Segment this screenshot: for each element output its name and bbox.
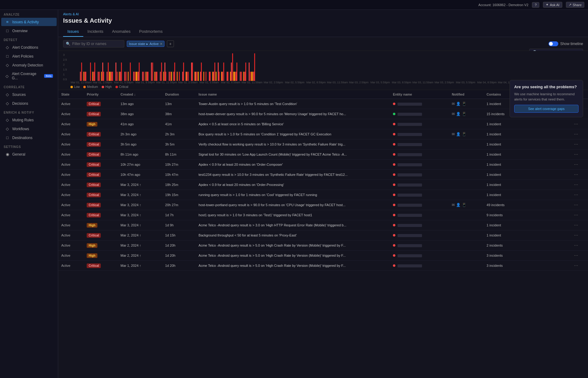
- row-more-button[interactable]: ···: [574, 192, 578, 197]
- row-more-button[interactable]: ···: [574, 212, 578, 217]
- row-more-button[interactable]: ···: [574, 142, 578, 147]
- table-row[interactable]: Active High Mar 3, 2024 ↑ 1d 9h Acme Tel…: [58, 220, 588, 230]
- row-more-button[interactable]: ···: [574, 263, 578, 268]
- add-filter-button[interactable]: +: [167, 40, 174, 47]
- table-row[interactable]: Active High Mar 2, 2024 ↑ 1d 20h Acme Te…: [58, 240, 588, 251]
- cell-issue-name[interactable]: Apdex < 0.9 for at least 20 minutes on '…: [195, 160, 390, 170]
- row-more-button[interactable]: ···: [574, 202, 578, 207]
- state-badge: Active: [61, 132, 70, 136]
- entity-status-dot: [393, 103, 395, 105]
- table-row[interactable]: Active Critical 10h 47m ago 10h 47m test…: [58, 170, 588, 180]
- cell-issue-name[interactable]: host1 query result is > 1.0 for 3 minute…: [195, 210, 390, 220]
- row-more-button[interactable]: ···: [574, 172, 578, 177]
- row-more-button[interactable]: ···: [574, 182, 578, 187]
- tab-anomalies[interactable]: Anomalies: [108, 27, 135, 37]
- row-more-button[interactable]: ···: [574, 222, 578, 228]
- cell-created: Mar 3, 2024 ↑: [118, 200, 162, 210]
- timeline-toggle-switch[interactable]: [548, 41, 558, 46]
- cell-issue-name[interactable]: running query result is > 1.0 for 1 minu…: [195, 190, 390, 200]
- sidebar-item-alert-conditions[interactable]: ◇ Alert Conditions: [1, 43, 57, 51]
- row-more-button[interactable]: ···: [574, 121, 578, 127]
- table-row[interactable]: Active Critical Mar 3, 2024 ↑ 18h 25m Ap…: [58, 180, 588, 190]
- cell-issue-name[interactable]: Box query result is > 1.0 for 5 minutes …: [195, 129, 390, 139]
- table-row[interactable]: Active Critical 13m ago 13m Tower-Austin…: [58, 99, 588, 109]
- cell-issue-name[interactable]: Apdex < 0.9 for at least 20 minutes on '…: [195, 180, 390, 190]
- entity-status-dot: [393, 194, 395, 196]
- state-badge: Active: [61, 153, 70, 156]
- row-more-button[interactable]: ···: [574, 232, 578, 238]
- search-box[interactable]: 🔍: [63, 40, 124, 47]
- table-row[interactable]: Active High 41m ago 41m Apdex < 0.5 at l…: [58, 119, 588, 129]
- tab-incidents[interactable]: Incidents: [83, 27, 108, 37]
- sidebar-item-alert-coverage[interactable]: ◇ Alert Coverage G... Beta: [1, 70, 57, 82]
- sidebar-item-overview[interactable]: □ Overview: [1, 27, 57, 35]
- chart-bar: [161, 62, 162, 81]
- table-row[interactable]: Active Critical 8h 11m ago 8h 11m Signal…: [58, 149, 588, 160]
- table-row[interactable]: Active Critical Mar 3, 2024 ↑ 20h 27m ho…: [58, 200, 588, 210]
- table-row[interactable]: Active Critical 38m ago 38m host-tower-d…: [58, 109, 588, 119]
- beta-badge: Beta: [44, 74, 53, 78]
- cell-actions: [524, 261, 571, 271]
- search-input[interactable]: [72, 42, 122, 46]
- row-more-button[interactable]: ···: [574, 162, 578, 167]
- critical-dot: [115, 86, 118, 88]
- cell-issue-name[interactable]: Signal lost for 30 minutes on 'Low App L…: [195, 149, 390, 160]
- sidebar-item-workflows[interactable]: ◇ Workflows: [1, 125, 57, 133]
- tab-postmortems[interactable]: Postmortems: [135, 27, 167, 37]
- sidebar-item-destinations[interactable]: □ Destinations: [1, 134, 57, 142]
- filter-remove-button[interactable]: ×: [160, 42, 162, 46]
- table-row[interactable]: Active High Mar 2, 2024 ↑ 1d 20h Acme Te…: [58, 251, 588, 261]
- table-row[interactable]: Active Critical 3h 5m ago 3h 5m Verify c…: [58, 139, 588, 149]
- cell-issue-name[interactable]: Tower-Austin query result is > 1.0 for 5…: [195, 99, 390, 109]
- cell-notified: [449, 190, 484, 200]
- cell-issue-name[interactable]: Acme Telco -Android query result is > 5.…: [195, 261, 390, 271]
- cell-created: 2h 3m ago: [118, 129, 162, 139]
- sidebar-item-decisions[interactable]: ◇ Decisions: [1, 99, 57, 108]
- sidebar-item-anomaly-detection[interactable]: ◇ Anomaly Detection: [1, 61, 57, 69]
- chart-bar: [103, 72, 104, 81]
- account-label: Account: 1606862 - Demotron V2: [478, 3, 528, 7]
- share-button[interactable]: ↗ Share: [566, 2, 584, 8]
- chart-bar: [205, 72, 206, 81]
- cell-notified: ✉👤📱: [449, 129, 484, 139]
- cell-issue-name[interactable]: Apdex < 0.5 at least once in 5 minutes o…: [195, 119, 390, 129]
- cell-more: ···: [571, 139, 588, 149]
- cell-issue-name[interactable]: test1234 query result is > 10.0 for 3 mi…: [195, 170, 390, 180]
- table-row[interactable]: Active Critical Mar 2, 2024 ↑ 1d 15h Bac…: [58, 230, 588, 240]
- table-row[interactable]: Active Critical Mar 3, 2024 ↑ 19h 15m ru…: [58, 190, 588, 200]
- cell-issue-name[interactable]: Acme Telco -Android query result is > 5.…: [195, 251, 390, 261]
- cell-issue-name[interactable]: host-tower-portland query result is > 90…: [195, 200, 390, 210]
- cell-issue-name[interactable]: Background throughput < 50 for at least …: [195, 230, 390, 240]
- col-created[interactable]: Created ↓: [118, 90, 162, 99]
- cell-issue-name[interactable]: Acme Telco -Android query result is > 5.…: [195, 240, 390, 251]
- table-row[interactable]: Active Critical 10h 27m ago 10h 27m Apde…: [58, 160, 588, 170]
- table-row[interactable]: Active Critical Mar 1, 2024 ↑ 1d 20h Acm…: [58, 261, 588, 271]
- sidebar-item-general[interactable]: ◉ General: [1, 150, 57, 158]
- table-row[interactable]: Active Critical Mar 3, 2024 ↑ 1d 7h host…: [58, 210, 588, 220]
- sidebar-item-alert-policies[interactable]: □ Alert Policies: [1, 52, 57, 60]
- row-more-button[interactable]: ···: [574, 243, 578, 248]
- filter-tag-issue-state[interactable]: Issue state ▸ Active ×: [127, 41, 164, 47]
- sidebar-item-label: Anomaly Detection: [12, 63, 43, 67]
- ask-ai-button[interactable]: ✦ Ask AI: [543, 2, 562, 8]
- chart-bar: [171, 72, 172, 81]
- row-more-button[interactable]: ···: [574, 253, 578, 258]
- help-button[interactable]: ?: [532, 2, 539, 8]
- sidebar-item-label: Alert Coverage G...: [12, 72, 41, 80]
- row-more-button[interactable]: ···: [574, 131, 578, 137]
- cell-issue-name[interactable]: Verify checkout flow is working query re…: [195, 139, 390, 149]
- cell-actions: [524, 190, 571, 200]
- incidents-count: 9 incidents: [487, 213, 503, 217]
- table-row[interactable]: Active Critical 2h 3m ago 2h 3m Box quer…: [58, 129, 588, 139]
- chart-bar: [252, 72, 253, 81]
- row-more-button[interactable]: ···: [574, 152, 578, 157]
- cell-issue-name[interactable]: Acme Telco -Android query result is > 3.…: [195, 220, 390, 230]
- sidebar-item-muting-rules[interactable]: ◇ Muting Rules: [1, 116, 57, 124]
- sidebar-item-issues-activity[interactable]: ≡ Issues & Activity: [1, 18, 57, 26]
- sidebar-item-sources[interactable]: ◇ Sources: [1, 90, 57, 99]
- cell-issue-name[interactable]: host-tower-denver query result is > 90.0…: [195, 109, 390, 119]
- breadcrumb[interactable]: Alerts & AI: [63, 12, 583, 16]
- tab-issues[interactable]: Issues: [63, 27, 83, 37]
- see-alert-coverage-button[interactable]: See alert coverage gaps: [514, 105, 579, 113]
- cell-notified: [449, 119, 484, 129]
